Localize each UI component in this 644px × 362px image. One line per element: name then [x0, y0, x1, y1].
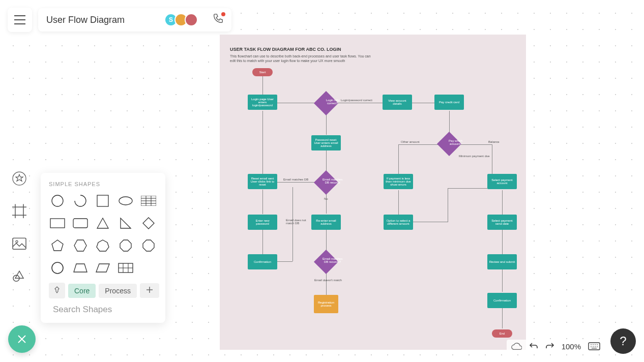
svg-rect-1 [13, 238, 26, 249]
connector [502, 230, 503, 254]
redo-icon[interactable] [545, 342, 554, 351]
shapes-icon [12, 270, 26, 282]
shape-ellipse[interactable] [117, 193, 135, 208]
draw-tool-button[interactable] [10, 267, 28, 285]
keyboard-icon[interactable] [588, 342, 600, 350]
connector [448, 188, 448, 222]
shape-right-triangle[interactable] [117, 216, 135, 231]
shape-circle-bold[interactable] [49, 260, 67, 276]
shape-square[interactable] [94, 193, 112, 208]
node-option-select[interactable]: Option to select a different amount [384, 215, 413, 230]
image-icon [12, 237, 26, 250]
hamburger-icon [14, 15, 25, 24]
shape-rectangle[interactable] [49, 216, 67, 231]
node-select-source[interactable]: Select payment account [487, 174, 517, 189]
node-select-date[interactable]: Select payment send date [487, 215, 517, 230]
shapes-panel: SIMPLE SHAPES Core Process [41, 173, 165, 323]
svg-point-6 [119, 197, 132, 205]
shapes-tool-button[interactable] [10, 169, 28, 188]
label-other-amount: Other amount [401, 140, 420, 143]
shape-rounded-rect[interactable] [72, 216, 90, 231]
shape-diamond[interactable] [139, 216, 157, 231]
shape-octagon[interactable] [117, 238, 135, 253]
node-login-match[interactable]: Login info correct? [314, 91, 338, 115]
shape-table[interactable] [117, 260, 135, 276]
close-panel-button[interactable] [8, 325, 36, 353]
label-email-no-match: Email does not match DB [286, 219, 306, 225]
zoom-level[interactable]: 100% [562, 342, 581, 351]
flowchart-canvas[interactable]: USER TASK FLOW DIAGRAM FOR ABC CO. LOGIN… [220, 35, 526, 350]
frame-icon [12, 204, 26, 218]
label-login-ok: Login/password correct [341, 99, 372, 102]
add-tab-button[interactable] [140, 283, 159, 298]
svg-rect-9 [73, 219, 87, 228]
connector [398, 144, 442, 145]
connector [262, 230, 263, 254]
node-login-page[interactable]: Login page User enters login/password [248, 95, 277, 110]
connector [398, 190, 399, 215]
connector [277, 261, 292, 262]
cloud-sync-icon[interactable] [511, 342, 522, 351]
help-button[interactable]: ? [610, 328, 636, 354]
shape-category-tabs: Core Process [49, 283, 157, 298]
call-button[interactable] [212, 13, 223, 26]
label-min-pay: Minimum payment due [459, 155, 490, 158]
connector [492, 144, 492, 174]
document-title[interactable]: User Flow Diagram [46, 15, 154, 25]
tab-process[interactable]: Process [99, 284, 137, 298]
shape-triangle[interactable] [94, 216, 112, 231]
svg-point-4 [52, 195, 63, 206]
node-password-reset[interactable]: Password reset: User enters email addres… [311, 135, 341, 150]
connector [502, 269, 503, 292]
node-pay-card[interactable]: Pay credit card [434, 95, 464, 110]
image-tool-button[interactable] [10, 234, 28, 253]
connector [262, 111, 263, 174]
node-email-match[interactable]: Email matches DB records [314, 170, 338, 195]
connector [502, 190, 503, 215]
node-pay-which[interactable]: Pay which amount? [437, 132, 461, 156]
connector [262, 190, 263, 214]
flowchart-title: USER TASK FLOW DIAGRAM FOR ABC CO. LOGIN [230, 47, 341, 52]
svg-rect-16 [589, 343, 600, 350]
node-email-match2[interactable]: Email matches DB records? [314, 250, 338, 274]
shape-heptagon[interactable] [94, 238, 112, 253]
shape-hexagon[interactable] [72, 238, 90, 253]
node-reenter-email[interactable]: Re-enter email address [311, 215, 341, 230]
bottom-toolbar: 100% [507, 340, 604, 353]
flowchart-subtitle: This flowchart can use to describe both … [230, 54, 372, 63]
node-confirm2[interactable]: Confirmation [487, 293, 517, 308]
shape-parallelogram[interactable] [94, 260, 112, 276]
node-registration[interactable]: Registration process [314, 295, 338, 313]
node-enter-pw[interactable]: Enter new password [248, 215, 277, 230]
svg-point-10 [52, 262, 63, 274]
label-email-match-db: Email matches DB [283, 178, 308, 181]
shape-table-lined[interactable] [139, 193, 157, 208]
question-icon: ? [620, 334, 626, 348]
node-reset-sent[interactable]: Reset email sent User clicks link to res… [248, 174, 277, 189]
shape-arc[interactable] [72, 193, 90, 208]
shape-octagon-alt[interactable] [139, 238, 157, 253]
frame-tool-button[interactable] [10, 202, 28, 220]
svg-point-2 [16, 240, 18, 243]
connector [448, 188, 487, 189]
node-review[interactable]: Review and submit [487, 254, 517, 269]
shape-pentagon[interactable] [49, 238, 67, 253]
connector [262, 76, 263, 95]
plus-icon [146, 286, 153, 293]
undo-icon[interactable] [529, 342, 538, 351]
shape-search-input[interactable] [53, 305, 161, 315]
shape-grid [49, 193, 157, 276]
label-no: No [324, 197, 328, 200]
tab-core[interactable]: Core [68, 284, 96, 298]
node-end[interactable]: End [492, 329, 512, 338]
node-view-account[interactable]: View account details [383, 95, 412, 110]
node-confirmation[interactable]: Confirmation [248, 254, 277, 269]
shape-circle[interactable] [49, 193, 67, 208]
node-if-payment[interactable]: If payment is less than minimum due show… [384, 174, 413, 189]
shape-trapezoid[interactable] [72, 260, 90, 276]
close-icon [16, 334, 27, 345]
hamburger-menu-button[interactable] [8, 8, 32, 32]
node-start[interactable]: Start [252, 68, 273, 76]
pin-tab[interactable] [49, 283, 65, 298]
avatar-3[interactable] [185, 13, 198, 26]
